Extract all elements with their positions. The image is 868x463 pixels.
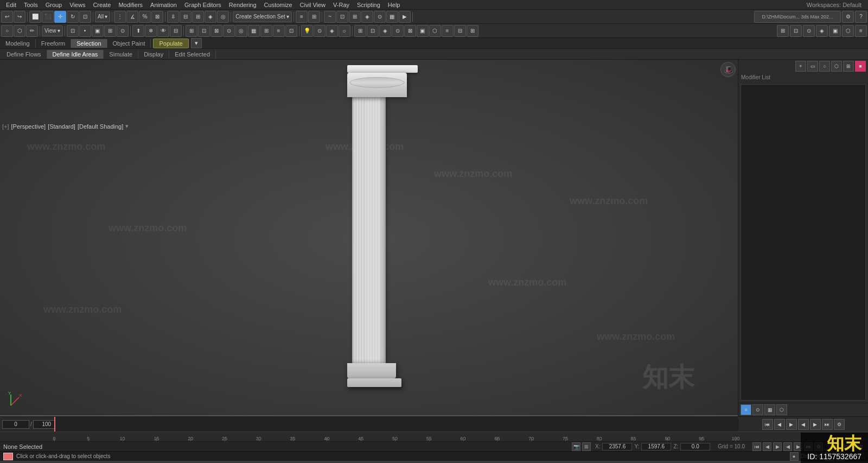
tab-freeform[interactable]: Freeform <box>36 39 72 48</box>
go-end-btn[interactable]: ⏭ <box>822 419 833 430</box>
viewport-corner-icon[interactable]: 🎩 <box>720 62 736 77</box>
menu-customize[interactable]: Customize <box>260 1 296 9</box>
redo-btn[interactable]: ↪ <box>14 11 25 23</box>
reactor-btn[interactable]: ◎ <box>235 25 247 37</box>
undo-btn[interactable]: ↩ <box>1 11 13 23</box>
play-status-btn[interactable]: ▶ <box>773 442 782 451</box>
align-btn[interactable]: ⊟ <box>180 11 192 23</box>
nav1-btn[interactable]: ⊞ <box>777 25 789 37</box>
element-btn[interactable]: ⊞ <box>104 25 116 37</box>
camera-icon[interactable]: 📷 <box>572 442 580 451</box>
util10-btn[interactable]: ⊞ <box>467 25 478 37</box>
cat-btn[interactable]: ≡ <box>273 25 285 37</box>
rp-plus-btn[interactable]: + <box>795 61 806 72</box>
soft-sel-btn[interactable]: ⊙ <box>117 25 129 37</box>
display-props-btn[interactable]: ⊟ <box>170 25 182 37</box>
timeline-track[interactable] <box>54 417 738 432</box>
util1-btn[interactable]: ⊞ <box>354 25 366 37</box>
render-btn[interactable]: ▶ <box>399 11 411 23</box>
rp-gear2-btn[interactable]: ⊞ <box>843 61 854 72</box>
rotate-btn[interactable]: ↻ <box>67 11 79 23</box>
viewport[interactable]: [+] [Perspective] [Standard] [Default Sh… <box>0 60 738 416</box>
mirror-btn[interactable]: ⥥ <box>167 11 179 23</box>
light3-btn[interactable]: ◈ <box>326 25 338 37</box>
snap-btn[interactable]: ⋮ <box>114 11 126 23</box>
util5-btn[interactable]: ⊠ <box>404 25 416 37</box>
schematic-view-btn[interactable]: ⊞ <box>349 11 361 23</box>
layer-btn[interactable]: ≡ <box>296 11 308 23</box>
paint-btn[interactable]: ✏ <box>26 25 38 37</box>
util9-btn[interactable]: ⊟ <box>454 25 466 37</box>
util4-btn[interactable]: ⊙ <box>392 25 404 37</box>
select-region-btn[interactable]: ⬛ <box>42 11 54 23</box>
mxs-btn[interactable]: ⊡ <box>285 25 297 37</box>
x-coord-input[interactable] <box>602 443 632 451</box>
vp-plus[interactable]: [+] <box>2 123 9 130</box>
rp-tab2[interactable]: ⊙ <box>752 404 763 415</box>
menu-modifiers[interactable]: Modifiers <box>114 1 146 9</box>
render-frame-btn[interactable]: ▦ <box>386 11 398 23</box>
key-filters-btn[interactable]: ⚙ <box>834 419 845 430</box>
menu-civil-view[interactable]: Civil View <box>296 1 329 9</box>
object-props-btn[interactable]: ⊞ <box>186 25 197 37</box>
util3-btn[interactable]: ◈ <box>379 25 391 37</box>
path-btn[interactable]: D:\ZHM\Docum... 3ds Max 202... <box>754 11 841 23</box>
dope-sheet-btn[interactable]: ⊡ <box>336 11 348 23</box>
crowd-btn[interactable]: ▦ <box>248 25 260 37</box>
select-move-btn[interactable]: ✛ <box>54 11 66 23</box>
disabled-indicator[interactable]: ● <box>790 452 799 461</box>
tab-object-paint[interactable]: Object Paint <box>107 39 151 48</box>
wire-param-btn[interactable]: ⊡ <box>198 25 210 37</box>
motion-mixer-btn[interactable]: ⊙ <box>223 25 235 37</box>
play-reverse-btn[interactable]: ◀ <box>798 419 809 430</box>
param-editor-btn[interactable]: ⊠ <box>210 25 222 37</box>
tab-populate[interactable]: Populate <box>153 39 188 48</box>
scale-btn[interactable]: ⊡ <box>79 11 91 23</box>
populate-btn2[interactable]: ⊞ <box>260 25 272 37</box>
util7-btn[interactable]: ⬡ <box>429 25 441 37</box>
material-editor-btn[interactable]: ◈ <box>361 11 373 23</box>
nav2-btn[interactable]: ⊡ <box>790 25 802 37</box>
z-coord-input[interactable] <box>680 443 710 451</box>
snap-angle-btn[interactable]: ∡ <box>126 11 138 23</box>
menu-scripting[interactable]: Scripting <box>353 1 384 9</box>
light1-btn[interactable]: 💡 <box>301 25 313 37</box>
edge-btn[interactable]: ⊡ <box>67 25 79 37</box>
rp-modifier-tab[interactable]: ≡ <box>741 404 751 415</box>
rp-circle-btn[interactable]: ○ <box>819 61 830 72</box>
play-btn[interactable]: ▶ <box>786 419 797 430</box>
create-selection-set[interactable]: Create Selection Set ▾ <box>233 11 292 22</box>
util2-btn[interactable]: ⊡ <box>367 25 379 37</box>
vertex-btn[interactable]: • <box>79 25 91 37</box>
menu-rendering[interactable]: Rendering <box>225 1 260 9</box>
curve-editor-btn[interactable]: ~ <box>324 11 336 23</box>
util6-btn[interactable]: ▣ <box>417 25 429 37</box>
rp-tab3[interactable]: ▦ <box>764 404 775 415</box>
light2-btn[interactable]: ⊙ <box>314 25 326 37</box>
polygon-btn[interactable]: ⬡ <box>14 25 25 37</box>
place-highlight-btn[interactable]: ◈ <box>205 11 216 23</box>
menu-views[interactable]: Views <box>66 1 89 9</box>
rp-tab4[interactable]: ⬡ <box>776 404 787 415</box>
tab-modeling[interactable]: Modeling <box>0 39 36 48</box>
snap-percent-btn[interactable]: % <box>139 11 151 23</box>
play-rev-status-btn[interactable]: ◀ <box>783 442 792 451</box>
menu-edit[interactable]: Edit <box>2 1 20 9</box>
nav6-btn[interactable]: ⬡ <box>842 25 854 37</box>
subtab-edit-selected[interactable]: Edit Selected <box>169 50 216 59</box>
snap-spinner-btn[interactable]: ⊠ <box>151 11 163 23</box>
move-to-layer-btn[interactable]: ⬆ <box>132 25 144 37</box>
isolate-btn[interactable]: ◎ <box>217 11 229 23</box>
freeze-btn[interactable]: ❄ <box>145 25 157 37</box>
light4-btn[interactable]: ☼ <box>339 25 350 37</box>
menu-animation[interactable]: Animation <box>146 1 181 9</box>
current-frame-input[interactable] <box>2 420 29 429</box>
util8-btn[interactable]: ≡ <box>442 25 454 37</box>
populate-options-dropdown[interactable]: ▾ <box>191 38 202 48</box>
render-setup-btn[interactable]: ⊙ <box>374 11 386 23</box>
prev-status-btn[interactable]: ◀ <box>763 442 771 451</box>
menu-help[interactable]: Help <box>384 1 404 9</box>
go-start-btn[interactable]: ⏮ <box>762 419 773 430</box>
nav7-btn[interactable]: ≡ <box>855 25 867 37</box>
nav3-btn[interactable]: ⊙ <box>803 25 815 37</box>
